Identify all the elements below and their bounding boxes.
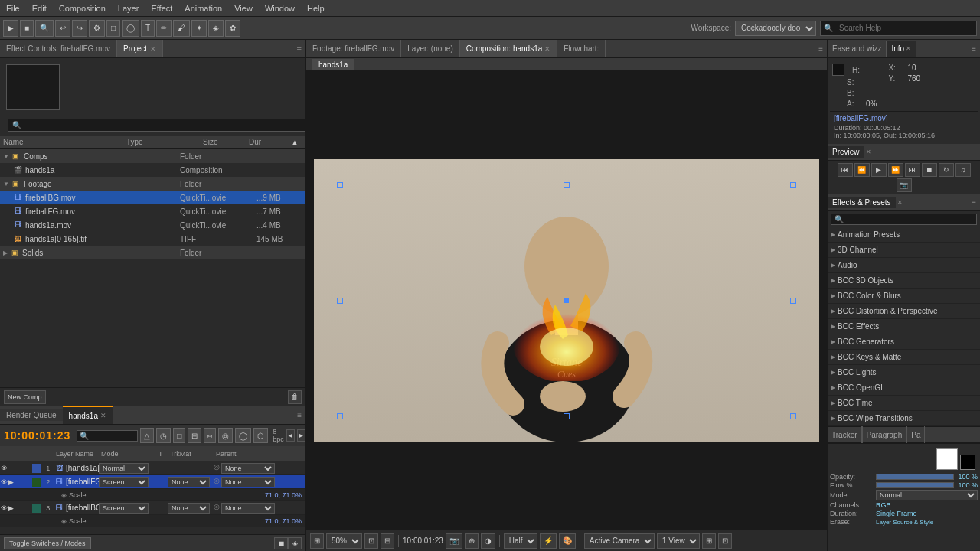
tab-tracker[interactable]: Tracker bbox=[828, 426, 862, 443]
vc-region-button[interactable]: ⊟ bbox=[381, 533, 394, 549]
effect-bcc-wipe[interactable]: ▶ BCC Wipe Transitions bbox=[828, 411, 980, 426]
layer3-trkmat[interactable]: None bbox=[168, 503, 214, 514]
vc-fast-preview-button[interactable]: ⚡ bbox=[540, 533, 557, 549]
tab-layer[interactable]: Layer: (none) bbox=[401, 40, 459, 57]
tool-shape[interactable]: ◯ bbox=[122, 20, 139, 37]
tool-settings[interactable]: ⚙ bbox=[89, 20, 105, 37]
preview-first-frame[interactable]: ⏮ bbox=[838, 163, 853, 177]
preview-close-icon[interactable]: ✕ bbox=[866, 148, 871, 155]
vc-fit-button[interactable]: ⊞ bbox=[310, 533, 324, 549]
layer2-vis-icon[interactable]: 👁 bbox=[0, 478, 8, 486]
tool-brush[interactable]: 🖌 bbox=[173, 20, 190, 37]
timeline-nav-left[interactable]: ◄ bbox=[286, 429, 295, 442]
time-display[interactable]: 10:00:01:23 bbox=[4, 429, 70, 442]
tool-text[interactable]: T bbox=[141, 20, 155, 37]
tl-btn-draft-3d[interactable]: □ bbox=[173, 428, 185, 443]
effect-bcc-opengl[interactable]: ▶ BCC OpenGL bbox=[828, 380, 980, 396]
menu-layer[interactable]: Layer bbox=[112, 2, 145, 15]
menu-help[interactable]: Help bbox=[301, 2, 331, 15]
opacity-slider[interactable] bbox=[876, 474, 954, 480]
timeline-nav-right[interactable]: ► bbox=[297, 429, 305, 442]
vc-quality-select[interactable]: Half bbox=[504, 533, 537, 549]
layer-row-2[interactable]: 👁 ▶ 2 🎞 [fireballFG.mov] Screen bbox=[0, 475, 305, 489]
comp-marker-button[interactable]: ◼ bbox=[274, 537, 288, 549]
search-input[interactable] bbox=[835, 21, 973, 36]
layer3-vis-icon[interactable]: 👁 bbox=[0, 504, 8, 512]
layer2-expand-icon[interactable]: ▶ bbox=[8, 478, 16, 486]
layer3-trkmat-select[interactable]: None bbox=[168, 503, 210, 514]
menu-composition[interactable]: Composition bbox=[53, 2, 112, 15]
vc-fit2-button[interactable]: ⊡ bbox=[364, 533, 378, 549]
vc-zoom-select[interactable]: 50% bbox=[326, 533, 362, 549]
preview-stop[interactable]: ⏹ bbox=[922, 163, 937, 177]
tree-item-solids[interactable]: ▶ ▣ Solids Folder bbox=[0, 246, 305, 259]
tree-item-footage[interactable]: ▼ ▣ Footage Folder bbox=[0, 177, 305, 191]
effect-audio[interactable]: ▶ Audio bbox=[828, 258, 980, 273]
layer2-mode-select[interactable]: Screen bbox=[99, 477, 149, 487]
tree-item-hands1a-tif[interactable]: 🖼 hands1a[0-165].tif TIFF 145 MB bbox=[0, 232, 305, 246]
flow-slider[interactable] bbox=[876, 482, 954, 488]
tool-pen[interactable]: ✏ bbox=[156, 20, 172, 37]
layer-marker-button[interactable]: ◈ bbox=[288, 537, 302, 549]
tab-effect-controls[interactable]: Effect Controls: fireballFG.mov bbox=[0, 40, 117, 57]
tl-btn-adjustment[interactable]: ◎ bbox=[218, 428, 233, 443]
tl-btn-frame-blend[interactable]: ◷ bbox=[156, 428, 171, 443]
tool-redo[interactable]: ↪ bbox=[72, 20, 87, 37]
effect-bcc-color-blurs[interactable]: ▶ BCC Color & Blurs bbox=[828, 289, 980, 304]
vc-color-button[interactable]: 🎨 bbox=[559, 533, 576, 549]
menu-file[interactable]: File bbox=[0, 2, 26, 15]
tab-effects-presets[interactable]: Effects & Presets bbox=[828, 197, 896, 208]
layer2-scale-value[interactable]: 71.0, 71.0% bbox=[265, 491, 302, 499]
effect-bcc-distortion[interactable]: ▶ BCC Distortion & Perspective bbox=[828, 304, 980, 319]
tool-render[interactable]: □ bbox=[106, 20, 120, 37]
comp-tab-close[interactable]: ✕ bbox=[544, 45, 550, 53]
layer1-mode[interactable]: Normal bbox=[99, 463, 156, 474]
layer2-mode[interactable]: Screen bbox=[99, 477, 156, 487]
menu-window[interactable]: Window bbox=[259, 2, 301, 15]
effect-animation-presets[interactable]: ▶ Animation Presets bbox=[828, 227, 980, 243]
tl-btn-camera[interactable]: ⬡ bbox=[253, 428, 268, 443]
tool-arrow[interactable]: ▶ bbox=[3, 20, 18, 37]
menu-animation[interactable]: Animation bbox=[178, 2, 228, 15]
vc-camera-button[interactable]: 📷 bbox=[446, 533, 462, 549]
preview-audio[interactable]: ♫ bbox=[956, 163, 971, 177]
effect-bcc-time[interactable]: ▶ BCC Time bbox=[828, 396, 980, 411]
tab-ease-wizz[interactable]: Ease and wizz bbox=[828, 41, 887, 57]
mode-select[interactable]: Normal bbox=[876, 490, 978, 500]
tool-clone[interactable]: ✦ bbox=[191, 20, 207, 37]
layer2-trkmat-select[interactable]: None bbox=[168, 477, 210, 487]
effect-bcc-generators[interactable]: ▶ BCC Generators bbox=[828, 334, 980, 350]
effect-bcc-lights[interactable]: ▶ BCC Lights bbox=[828, 365, 980, 380]
preview-last-frame[interactable]: ⏭ bbox=[905, 163, 920, 177]
trash-button[interactable]: 🗑 bbox=[288, 390, 302, 404]
toggle-switches-modes-button[interactable]: Toggle Switches / Modes bbox=[4, 537, 91, 549]
tool-zoom[interactable]: 🔍 bbox=[35, 20, 54, 37]
tab-render-queue[interactable]: Render Queue bbox=[0, 409, 63, 421]
foreground-swatch[interactable] bbox=[936, 448, 958, 470]
vc-safe-zones-button[interactable]: ⊡ bbox=[718, 533, 732, 549]
effects-close-icon[interactable]: ✕ bbox=[897, 199, 903, 206]
tab-footage[interactable]: Footage: fireballFG.mov bbox=[306, 40, 401, 57]
vc-grid-button[interactable]: ⊞ bbox=[702, 533, 716, 549]
vc-exposure-button[interactable]: ◑ bbox=[481, 533, 495, 549]
layer1-mode-select[interactable]: Normal bbox=[99, 463, 149, 474]
menu-effect[interactable]: Effect bbox=[145, 2, 178, 15]
effects-search-input[interactable] bbox=[831, 214, 977, 225]
layer3-mode-select[interactable]: Screen bbox=[99, 503, 149, 514]
layer-row-3[interactable]: 👁 ▶ 3 🎞 [fireballBG.mov] Screen bbox=[0, 501, 305, 515]
vc-snapshot-button[interactable]: ⊕ bbox=[465, 533, 479, 549]
layer3-parent-select[interactable]: None bbox=[221, 503, 275, 514]
effect-3d-channel[interactable]: ▶ 3D Channel bbox=[828, 243, 980, 258]
tl-btn-effects[interactable]: ⑅ bbox=[204, 428, 216, 443]
tool-puppet[interactable]: ✿ bbox=[225, 20, 240, 37]
viewer-menu-button[interactable]: ≡ bbox=[815, 44, 827, 53]
tree-item-hands1a-mov[interactable]: 🎞 hands1a.mov QuickTi...ovie ...4 MB bbox=[0, 218, 305, 232]
preview-loop[interactable]: ↻ bbox=[939, 163, 954, 177]
menu-view[interactable]: View bbox=[228, 2, 259, 15]
preview-prev-frame[interactable]: ⏪ bbox=[854, 163, 870, 177]
tree-item-hands1a[interactable]: 🎬 hands1a Composition bbox=[0, 163, 305, 177]
timeline-search-input[interactable] bbox=[77, 430, 138, 442]
layer3-mode[interactable]: Screen bbox=[99, 503, 156, 514]
tl-btn-motion-blur[interactable]: △ bbox=[140, 428, 154, 443]
info-close-icon[interactable]: ✕ bbox=[906, 45, 911, 52]
